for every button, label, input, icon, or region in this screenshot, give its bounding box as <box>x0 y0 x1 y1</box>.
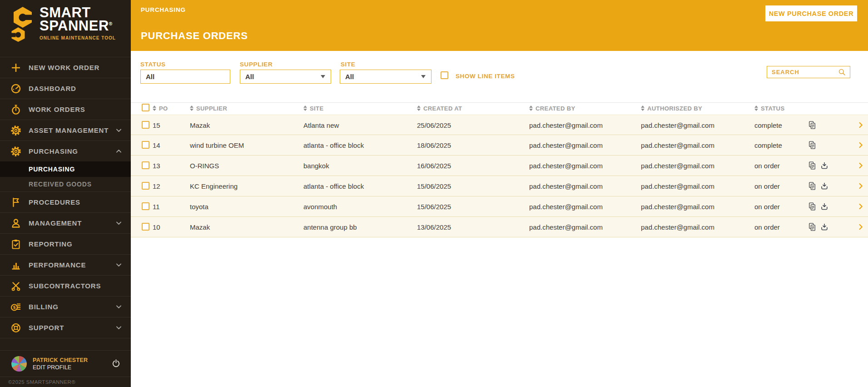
chevron-right-icon[interactable] <box>857 121 864 129</box>
download-icon[interactable] <box>820 222 829 231</box>
sidebar-item-dashboard[interactable]: DASHBOARD <box>0 78 131 99</box>
copy-icon[interactable] <box>808 202 817 211</box>
sort-icon[interactable] <box>529 106 533 111</box>
chevron-down-icon[interactable] <box>115 219 123 227</box>
plus-icon <box>10 62 22 73</box>
search-input[interactable] <box>772 69 838 75</box>
copy-icon[interactable] <box>808 161 817 170</box>
created-by-cell: pad.chester@gmail.com <box>529 217 603 237</box>
sort-icon[interactable] <box>303 106 307 111</box>
site-filter-select[interactable]: All <box>340 70 432 84</box>
download-icon[interactable] <box>820 161 829 170</box>
sidebar-item-new-work-order[interactable]: NEW WORK ORDER <box>0 57 131 78</box>
column-header-site[interactable]: SITE <box>303 104 324 112</box>
row-checkbox[interactable] <box>142 161 149 169</box>
status-cell: on order <box>754 176 780 196</box>
select-all-checkbox[interactable] <box>142 104 149 111</box>
chevron-right-icon[interactable] <box>857 162 864 169</box>
po-cell: 11 <box>153 196 160 217</box>
table-row[interactable]: 12 KC Engineering atlanta - office block… <box>131 176 868 196</box>
sidebar-item-management[interactable]: MANAGEMENT <box>0 212 131 233</box>
chevron-up-icon[interactable] <box>115 147 123 155</box>
status-cell: on order <box>754 196 780 217</box>
show-line-items-label[interactable]: SHOW LINE ITEMS <box>456 73 515 80</box>
site-filter-label: SITE <box>341 61 355 68</box>
sidebar-item-reporting[interactable]: REPORTING <box>0 233 131 254</box>
download-icon[interactable] <box>820 181 829 191</box>
page-header: PURCHASING PURCHASE ORDERS NEW PURCHASE … <box>131 0 868 51</box>
sidebar-item-subcontractors[interactable]: SUBCONTRACTORS <box>0 275 131 296</box>
created-at-cell: 15/06/2025 <box>417 196 451 217</box>
sidebar-item-work-orders[interactable]: WORK ORDERS <box>0 99 131 120</box>
breadcrumb[interactable]: PURCHASING <box>141 6 186 13</box>
column-header-authorized-by[interactable]: AUTHORISZED BY <box>641 104 702 112</box>
column-header-supplier[interactable]: SUPPLIER <box>190 104 227 112</box>
created-at-cell: 18/06/2025 <box>417 135 451 156</box>
sort-icon[interactable] <box>153 106 156 111</box>
table-row[interactable]: 15 Mazak Atlanta new 25/06/2025 pad.ches… <box>131 115 868 135</box>
status-filter-input[interactable] <box>140 70 230 84</box>
logo[interactable]: SMARTSPANNER® ONLINE MAINTENANCE TOOL <box>0 0 131 57</box>
supplier-filter-select[interactable]: All <box>240 70 331 84</box>
chevron-down-icon[interactable] <box>115 126 123 134</box>
column-header-created-by[interactable]: CREATED BY <box>529 104 575 112</box>
search-icon[interactable] <box>838 68 846 76</box>
chevron-right-icon[interactable] <box>857 141 864 149</box>
chevron-right-icon[interactable] <box>857 203 864 210</box>
po-cell: 10 <box>153 217 160 237</box>
download-icon[interactable] <box>820 202 829 211</box>
purchase-orders-table: 15 Mazak Atlanta new 25/06/2025 pad.ches… <box>131 115 868 237</box>
sidebar-item-procedures[interactable]: PROCEDURES <box>0 191 131 212</box>
sort-icon[interactable] <box>641 106 645 111</box>
sort-icon[interactable] <box>754 106 758 111</box>
copy-icon[interactable] <box>808 141 817 150</box>
sidebar-item-label: PROCEDURES <box>29 198 80 206</box>
column-header-created-at[interactable]: CREATED AT <box>417 104 462 112</box>
row-checkbox[interactable] <box>142 182 149 190</box>
lifebuoy-icon <box>10 322 22 333</box>
edit-profile-link[interactable]: EDIT PROFILE <box>33 364 88 371</box>
copy-icon[interactable] <box>808 121 817 130</box>
row-checkbox[interactable] <box>142 223 149 231</box>
chevron-down-icon[interactable] <box>115 261 123 269</box>
table-row[interactable]: 14 wind turbine OEM atlanta - office blo… <box>131 135 868 156</box>
row-checkbox[interactable] <box>142 202 149 210</box>
supplier-cell: O-RINGS <box>190 156 219 176</box>
sidebar-subitem-purchasing[interactable]: PURCHASING <box>0 161 131 177</box>
power-icon[interactable] <box>111 359 121 368</box>
sidebar-item-asset-management[interactable]: ASSET MANAGEMENT <box>0 120 131 141</box>
sidebar-subitem-received-goods[interactable]: RECEIVED GOODS <box>0 177 131 191</box>
table-row[interactable]: 10 Mazak antenna group bb 13/06/2025 pad… <box>131 217 868 237</box>
dropdown-caret-icon <box>321 75 325 78</box>
sidebar-item-purchasing[interactable]: PURCHASING <box>0 141 131 161</box>
sidebar-item-label: MANAGEMENT <box>29 219 82 227</box>
svg-text:$: $ <box>13 305 16 310</box>
sidebar-item-label: SUPPORT <box>29 324 64 332</box>
avatar[interactable] <box>11 356 27 372</box>
chevron-right-icon[interactable] <box>857 182 864 190</box>
chevron-right-icon[interactable] <box>857 223 864 231</box>
sidebar-item-support[interactable]: SUPPORT <box>0 317 131 338</box>
chevron-down-icon[interactable] <box>115 303 123 311</box>
column-header-po[interactable]: PO <box>153 104 168 112</box>
copy-icon[interactable] <box>808 181 817 191</box>
table-row[interactable]: 13 O-RINGS bangkok 16/06/2025 pad.cheste… <box>131 156 868 176</box>
table-row[interactable]: 11 toyota avonmouth 15/06/2025 pad.chest… <box>131 196 868 217</box>
authorized-by-cell: pad.chester@gmail.com <box>641 115 714 136</box>
sort-icon[interactable] <box>417 106 421 111</box>
row-checkbox[interactable] <box>142 121 149 129</box>
show-line-items-checkbox[interactable] <box>441 71 448 79</box>
sidebar-item-billing[interactable]: $ BILLING <box>0 296 131 317</box>
sidebar-item-performance[interactable]: PERFORMANCE <box>0 254 131 275</box>
copy-icon[interactable] <box>808 222 817 231</box>
new-purchase-order-button[interactable]: NEW PURCHASE ORDER <box>765 5 857 21</box>
row-checkbox[interactable] <box>142 141 149 149</box>
sort-icon[interactable] <box>190 106 193 111</box>
bar-chart-icon <box>10 260 22 271</box>
chevron-down-icon[interactable] <box>115 324 123 332</box>
profile-section: PATRICK CHESTER EDIT PROFILE <box>0 350 131 377</box>
purchasing-submenu: PURCHASING RECEIVED GOODS <box>0 161 131 191</box>
clipboard-icon <box>10 239 22 250</box>
sidebar-subitem-label: PURCHASING <box>29 166 75 173</box>
column-header-status[interactable]: STATUS <box>754 104 784 112</box>
